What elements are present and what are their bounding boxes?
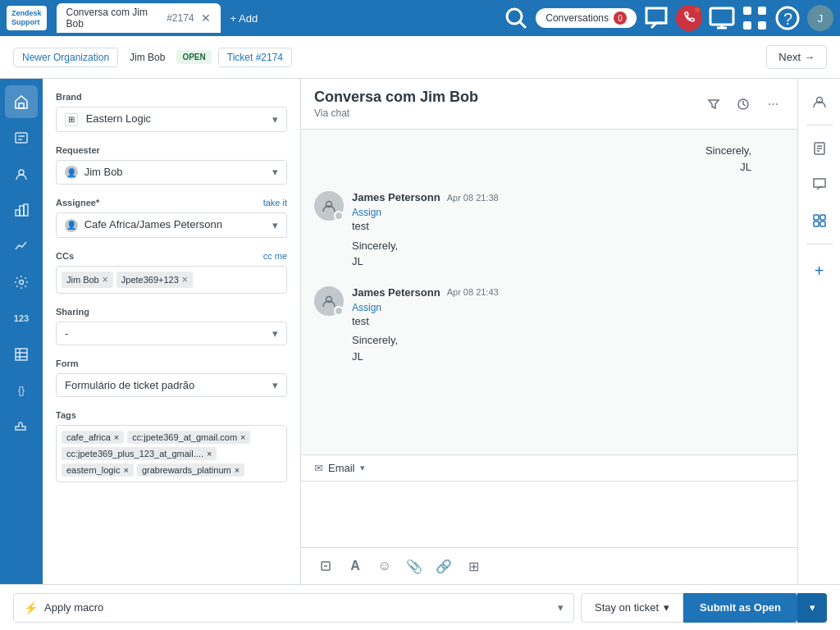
message-header-2: James Petersonn Apr 08 21:43 <box>352 286 784 299</box>
nav-table-icon[interactable] <box>5 338 38 371</box>
chat-icon[interactable] <box>643 5 669 31</box>
sharing-select[interactable]: - ▾ <box>56 322 287 345</box>
assignee-label: Assignee* take it <box>56 198 287 208</box>
message-sender-2: James Petersonn <box>352 286 441 299</box>
form-value: Formulário de ticket padrão <box>65 379 194 391</box>
reply-file-icon[interactable]: 📎 <box>403 555 426 578</box>
tag-remove-icon[interactable]: × <box>114 432 119 442</box>
svg-rect-6 <box>758 7 766 15</box>
take-it-link[interactable]: take it <box>263 198 287 208</box>
requester-value: Jim Bob <box>84 166 123 178</box>
breadcrumb-ticket[interactable]: Ticket #2174 <box>218 48 292 67</box>
submit-chevron-button[interactable]: ▾ <box>797 593 827 623</box>
tag-cafe-africa: cafe_africa × <box>62 431 124 444</box>
nav-tickets-icon[interactable] <box>5 121 38 154</box>
brand-label: Brand <box>56 92 287 102</box>
grid-icon[interactable] <box>742 5 768 31</box>
message-item: James Petersonn Apr 08 21:43 Assign test… <box>314 286 784 365</box>
reply-emoji-icon[interactable]: ☺ <box>373 555 396 578</box>
sharing-section: Sharing - ▾ <box>56 307 287 345</box>
brand-value: Eastern Logic <box>86 112 152 125</box>
tag-cc-jpete-gmail: cc:jpete369_at_gmail.com × <box>127 431 250 444</box>
sender-avatar-1 <box>314 191 344 221</box>
tag-remove-icon[interactable]: × <box>207 449 212 459</box>
reply-mode-chevron-icon[interactable]: ▾ <box>360 463 365 473</box>
right-add-icon[interactable]: + <box>803 254 836 287</box>
nav-code-icon[interactable]: {} <box>5 374 38 407</box>
call-icon[interactable] <box>676 5 702 31</box>
cc-me-link[interactable]: cc me <box>263 251 287 261</box>
tab-ticket: #2174 <box>167 12 194 24</box>
message-sender-1: James Petersonn <box>352 191 441 203</box>
tag-cc-jpete-plus: cc:jpete369_plus_123_at_gmail.... × <box>62 447 217 460</box>
filter-icon[interactable] <box>702 93 725 116</box>
macro-chevron-icon: ▾ <box>558 601 564 614</box>
assignee-section: Assignee* take it 👤 Cafe Africa/James Pe… <box>56 198 287 238</box>
nav-123-icon[interactable]: 123 <box>5 302 38 335</box>
nav-contacts-icon[interactable] <box>5 158 38 190</box>
requester-chevron-icon: ▾ <box>272 166 278 178</box>
assignee-select[interactable]: 👤 Cafe Africa/James Petersonn ▾ <box>56 212 287 238</box>
divider-2 <box>806 244 833 244</box>
right-article-icon[interactable] <box>803 132 836 165</box>
tab-close-icon[interactable]: ✕ <box>201 11 211 25</box>
form-label: Form <box>56 358 287 368</box>
ccs-container[interactable]: Jim Bob × Jpete369+123 × <box>56 266 287 294</box>
svg-rect-35 <box>820 215 825 220</box>
nav-extensions-icon[interactable] <box>5 410 38 443</box>
topbar-right: Conversations 0 ? J <box>503 5 833 31</box>
active-tab[interactable]: Conversa com Jim Bob #2174 ✕ <box>57 3 221 33</box>
svg-rect-5 <box>743 7 751 15</box>
cc-remove-jimbob-icon[interactable]: × <box>103 274 108 285</box>
conversations-button[interactable]: Conversations 0 <box>536 8 637 28</box>
submit-as-open-button[interactable]: Submit as Open <box>683 593 797 623</box>
apply-macro-button[interactable]: ⚡ Apply macro ▾ <box>13 593 574 623</box>
tag-remove-icon[interactable]: × <box>123 465 128 475</box>
add-tab-button[interactable]: + Add <box>224 9 265 28</box>
reply-input[interactable] <box>301 482 797 547</box>
tag-eastern-logic: eastern_logic × <box>62 463 134 477</box>
next-button[interactable]: Next → <box>766 45 827 69</box>
tags-container[interactable]: cafe_africa × cc:jpete369_at_gmail.com ×… <box>56 425 287 482</box>
message-assign-2[interactable]: Assign <box>352 302 784 313</box>
user-avatar[interactable]: J <box>807 5 833 31</box>
assignee-avatar-icon: 👤 <box>65 219 78 232</box>
bottom-bar: ⚡ Apply macro ▾ Stay on ticket ▾ Submit … <box>0 584 840 630</box>
right-user-icon[interactable] <box>803 85 836 118</box>
tab-title: Conversa com Jim Bob <box>66 7 161 30</box>
right-apps-icon[interactable] <box>803 204 836 237</box>
message-time-2: Apr 08 21:43 <box>447 287 499 297</box>
help-icon[interactable]: ? <box>774 5 801 31</box>
assignee-value: Cafe Africa/James Petersonn <box>84 218 222 231</box>
cc-remove-jpete-icon[interactable]: × <box>182 274 188 285</box>
more-options-icon[interactable]: ⋯ <box>761 93 784 116</box>
form-select[interactable]: Formulário de ticket padrão ▾ <box>56 373 287 397</box>
message-text-1: test <box>352 218 784 235</box>
tag-remove-icon[interactable]: × <box>240 432 245 442</box>
reply-format-icon[interactable]: A <box>344 555 367 578</box>
history-icon[interactable] <box>732 93 755 116</box>
ccs-section: CCs cc me Jim Bob × Jpete369+123 × <box>56 251 287 294</box>
right-chat-icon[interactable] <box>803 168 836 201</box>
reply-expand-icon[interactable]: ⊞ <box>462 555 485 578</box>
nav-home-icon[interactable] <box>5 85 38 118</box>
reply-link-icon[interactable]: 🔗 <box>432 555 455 578</box>
screen-icon[interactable] <box>709 5 735 31</box>
requester-select[interactable]: 👤 Jim Bob ▾ <box>56 160 287 185</box>
search-icon[interactable] <box>503 5 529 31</box>
conversations-badge: 0 <box>614 11 627 25</box>
reply-toolbar: A ☺ 📎 🔗 ⊞ <box>301 547 797 584</box>
brand-select[interactable]: ⊞ Eastern Logic ▾ <box>56 107 287 132</box>
reply-attach-icon[interactable] <box>314 555 337 578</box>
tag-remove-icon[interactable]: × <box>235 465 240 475</box>
nav-reports-icon[interactable] <box>5 230 38 262</box>
stay-on-ticket-button[interactable]: Stay on ticket ▾ <box>581 593 683 623</box>
nav-settings-icon[interactable] <box>5 266 38 299</box>
breadcrumb-user[interactable]: Jim Bob <box>125 48 170 66</box>
nav-dashboard-icon[interactable] <box>5 194 38 226</box>
breadcrumb-org[interactable]: Newer Organization <box>13 48 118 67</box>
macro-label: Apply macro <box>44 601 103 614</box>
form-section: Form Formulário de ticket padrão ▾ <box>56 358 287 397</box>
message-assign-1[interactable]: Assign <box>352 207 784 218</box>
reply-mode-bar: ✉ Email ▾ <box>301 455 797 482</box>
